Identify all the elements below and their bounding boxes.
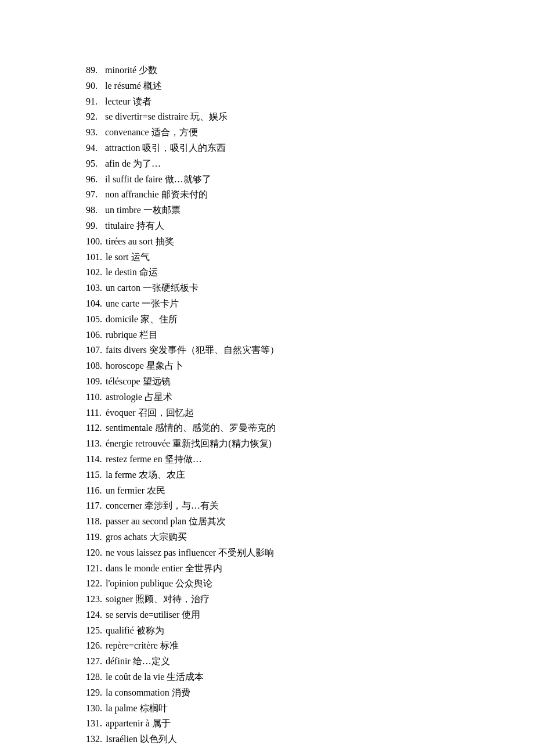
- entry-text: soigner 照顾、对待，治疗: [106, 594, 210, 604]
- vocabulary-entry: 119. gros achats 大宗购买: [86, 530, 488, 545]
- vocabulary-entry: 127. définir 给…定义: [86, 654, 488, 669]
- entry-number: 100.: [86, 234, 103, 250]
- entry-number: 119.: [86, 530, 103, 545]
- entry-number: 96.: [86, 172, 105, 188]
- vocabulary-entry: 107. faits divers 突发事件（犯罪、自然灾害等）: [86, 343, 488, 358]
- vocabulary-entry: 116. un fermier 农民: [86, 483, 488, 499]
- entry-text: gros achats 大宗购买: [106, 532, 187, 542]
- entry-number: 117.: [86, 498, 103, 514]
- entry-text: le coût de la vie 生活成本: [106, 672, 204, 682]
- entry-number: 114.: [86, 452, 103, 467]
- entry-number: 131.: [86, 716, 103, 732]
- vocabulary-entry: 126. repère=critère 标准: [86, 638, 488, 654]
- vocabulary-list-page: 89.minorité 少数90.le résumé 概述91.lecteur …: [0, 0, 534, 747]
- entry-number: 125.: [86, 623, 103, 639]
- entry-number: 113.: [86, 436, 103, 452]
- vocabulary-entry: 95.afin de 为了…: [86, 156, 488, 172]
- entry-text: il suffit de faire 做…就够了: [105, 174, 211, 184]
- vocabulary-entry: 124. se servis de=utiliser 使用: [86, 607, 488, 623]
- vocabulary-entry: 111. évoquer 召回，回忆起: [86, 405, 488, 421]
- vocabulary-entry: 115. la ferme 农场、农庄: [86, 467, 488, 483]
- vocabulary-entry: 103. un carton 一张硬纸板卡: [86, 280, 488, 296]
- entry-text: non affranchie 邮资未付的: [105, 189, 208, 199]
- entry-number: 91.: [86, 94, 105, 110]
- entry-number: 115.: [86, 467, 103, 483]
- vocabulary-entry: 97.non affranchie 邮资未付的: [86, 187, 488, 203]
- vocabulary-entry: 123. soigner 照顾、对待，治疗: [86, 592, 488, 607]
- entry-text: se servis de=utiliser 使用: [106, 610, 200, 620]
- entry-number: 129.: [86, 685, 103, 701]
- vocabulary-entry: 93.convenance 适合，方便: [86, 125, 488, 141]
- vocabulary-entry: 102. le destin 命运: [86, 265, 488, 280]
- entry-text: évoquer 召回，回忆起: [106, 408, 194, 417]
- entry-number: 101.: [86, 250, 103, 265]
- entry-text: un carton 一张硬纸板卡: [106, 283, 199, 293]
- entry-text: le sort 运气: [106, 252, 150, 262]
- vocabulary-entry: 130. la palme 棕榈叶: [86, 701, 488, 717]
- vocabulary-entry: 121. dans le monde entier 全世界内: [86, 561, 488, 577]
- entry-text: la consommation 消费: [106, 687, 190, 697]
- entry-number: 109.: [86, 374, 103, 390]
- entry-number: 89.: [86, 63, 105, 78]
- entry-number: 103.: [86, 280, 103, 296]
- entry-number: 128.: [86, 669, 103, 685]
- vocabulary-entry: 101. le sort 运气: [86, 250, 488, 265]
- entry-text: énergie retrouvée 重新找回精力(精力恢复): [106, 438, 272, 448]
- entry-text: le destin 命运: [106, 267, 158, 277]
- entry-number: 93.: [86, 125, 105, 141]
- entry-text: afin de 为了…: [105, 159, 161, 168]
- entry-number: 108.: [86, 358, 103, 374]
- entry-number: 122.: [86, 576, 103, 592]
- vocabulary-entry: 104. une carte 一张卡片: [86, 296, 488, 312]
- entry-text: Israélien 以色列人: [106, 734, 177, 744]
- vocabulary-entry: 120. ne vous laissez pas influencer 不受别人…: [86, 545, 488, 561]
- entry-text: convenance 适合，方便: [105, 127, 198, 137]
- vocabulary-entry: 112. sentimentale 感情的、感觉的、罗曼蒂克的: [86, 420, 488, 436]
- vocabulary-entry: 98.un timbre 一枚邮票: [86, 203, 488, 218]
- vocabulary-entry: 92.se divertir=se distraire 玩、娱乐: [86, 109, 488, 125]
- entry-number: 130.: [86, 701, 103, 717]
- entry-text: attraction 吸引，吸引人的东西: [105, 143, 226, 153]
- entry-text: horoscope 星象占卜: [106, 361, 183, 370]
- entry-text: téléscope 望远镜: [106, 376, 171, 386]
- entry-text: sentimentale 感情的、感觉的、罗曼蒂克的: [106, 423, 276, 433]
- entry-number: 95.: [86, 156, 105, 172]
- vocabulary-entry: 114. restez ferme en 坚持做…: [86, 452, 488, 467]
- entry-number: 107.: [86, 343, 103, 358]
- entry-text: le résumé 概述: [105, 81, 162, 91]
- entry-text: rubrique 栏目: [106, 330, 158, 340]
- entry-number: 102.: [86, 265, 103, 280]
- entry-text: la palme 棕榈叶: [106, 703, 168, 713]
- vocabulary-entry: 96.il suffit de faire 做…就够了: [86, 172, 488, 188]
- vocabulary-entry: 110. astrologie 占星术: [86, 390, 488, 405]
- entry-text: une carte 一张卡片: [106, 298, 179, 308]
- entry-number: 132.: [86, 732, 103, 747]
- entry-number: 116.: [86, 483, 103, 499]
- entry-text: dans le monde entier 全世界内: [106, 563, 222, 573]
- entry-number: 120.: [86, 545, 103, 561]
- entry-text: lecteur 读者: [105, 96, 151, 106]
- entry-number: 98.: [86, 203, 105, 218]
- entry-number: 104.: [86, 296, 103, 312]
- vocabulary-list: 89.minorité 少数90.le résumé 概述91.lecteur …: [86, 63, 488, 747]
- entry-number: 97.: [86, 187, 105, 203]
- vocabulary-entry: 100. tirées au sort 抽奖: [86, 234, 488, 250]
- entry-number: 105.: [86, 312, 103, 327]
- entry-number: 121.: [86, 561, 103, 577]
- vocabulary-entry: 94.attraction 吸引，吸引人的东西: [86, 141, 488, 156]
- entry-number: 99.: [86, 218, 105, 234]
- entry-number: 127.: [86, 654, 103, 669]
- vocabulary-entry: 117. concerner 牵涉到，与…有关: [86, 498, 488, 514]
- entry-text: tirées au sort 抽奖: [106, 236, 174, 246]
- vocabulary-entry: 90.le résumé 概述: [86, 78, 488, 94]
- entry-number: 124.: [86, 607, 103, 623]
- entry-number: 90.: [86, 78, 105, 94]
- entry-number: 118.: [86, 514, 103, 530]
- entry-text: l'opinion publique 公众舆论: [106, 578, 212, 588]
- entry-number: 126.: [86, 638, 103, 654]
- vocabulary-entry: 89.minorité 少数: [86, 63, 488, 78]
- entry-text: faits divers 突发事件（犯罪、自然灾害等）: [106, 345, 279, 355]
- entry-text: ne vous laissez pas influencer 不受别人影响: [106, 548, 274, 557]
- entry-text: concerner 牵涉到，与…有关: [106, 501, 219, 510]
- entry-text: minorité 少数: [105, 65, 157, 75]
